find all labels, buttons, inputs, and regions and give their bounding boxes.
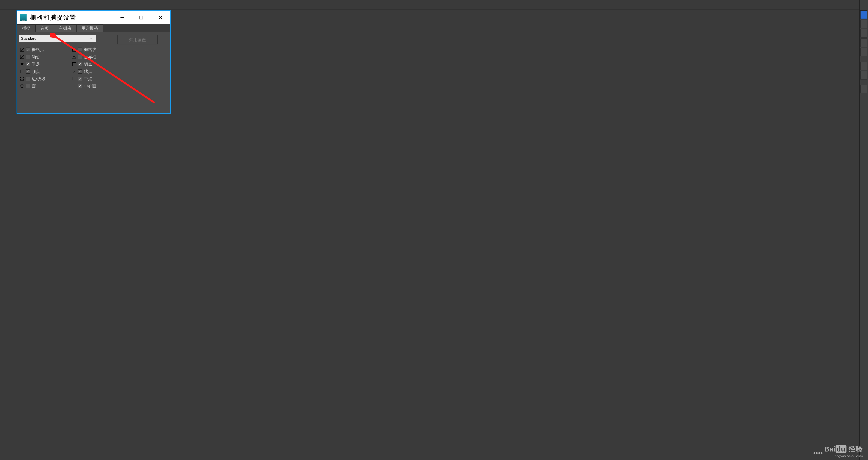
snap-symbol-icon: [72, 55, 76, 59]
panel-button[interactable]: [860, 62, 867, 70]
snap-label: 端点: [84, 69, 92, 74]
tab-snaps[interactable]: 捕捉: [17, 24, 36, 32]
snap-label: 切点: [84, 61, 92, 67]
viewport-divider-horizontal: [0, 9, 868, 10]
snap-checkbox[interactable]: [78, 69, 82, 73]
snap-label: 垂足: [32, 61, 40, 67]
snap-checkbox[interactable]: [26, 84, 30, 88]
snap-label: 边界框: [84, 54, 96, 60]
svg-rect-1: [140, 16, 143, 19]
snap-symbol-icon: [20, 69, 24, 73]
snap-symbol-icon: [72, 47, 76, 52]
snap-symbol-icon: [20, 84, 24, 88]
maximize-button[interactable]: [132, 11, 151, 24]
3dsmax-icon: [20, 14, 27, 21]
tab-options[interactable]: 选项: [36, 24, 54, 32]
snap-symbol-icon: 人: [72, 69, 76, 73]
snap-option: 边/线段: [20, 76, 72, 81]
panel-tab[interactable]: [860, 29, 867, 37]
snap-label: 栅格点: [32, 47, 44, 53]
snap-symbol-icon: [20, 77, 24, 81]
snap-checkbox[interactable]: [26, 47, 30, 52]
panel-button[interactable]: [860, 85, 867, 93]
tab-home-grid[interactable]: 主栅格: [54, 24, 76, 32]
snap-checkbox[interactable]: [78, 84, 82, 88]
titlebar[interactable]: 栅格和捕捉设置: [17, 11, 170, 24]
grid-and-snap-settings-dialog: 栅格和捕捉设置 捕捉 选项 主栅格 用户栅格 Standard: [17, 10, 170, 114]
panel-tab[interactable]: [860, 20, 867, 28]
close-button[interactable]: [151, 11, 170, 24]
tab-bar: 捕捉 选项 主栅格 用户栅格: [17, 24, 170, 32]
chevron-down-icon: [89, 37, 93, 42]
dropdown-value: Standard: [21, 36, 36, 41]
snap-option: 栅格点: [20, 47, 72, 53]
snap-checkbox[interactable]: [26, 77, 30, 81]
snap-symbol-icon: +: [72, 84, 76, 88]
snap-option: 人端点: [72, 69, 124, 74]
viewport-divider-vertical: [469, 0, 469, 9]
snap-option: 边界框: [72, 54, 124, 60]
snap-options-grid: 栅格点栅格线轴心边界框垂足切点顶点人端点边/线段中点面+中心面: [19, 47, 168, 89]
snap-option: 中点: [72, 76, 124, 81]
minimize-button[interactable]: [113, 11, 132, 24]
snap-checkbox[interactable]: [26, 62, 30, 66]
snap-label: 顶点: [32, 69, 40, 74]
command-panel: [859, 0, 868, 460]
snap-option: 轴心: [20, 54, 72, 60]
snap-checkbox[interactable]: [26, 69, 30, 73]
snap-label: 面: [32, 83, 36, 89]
snap-label: 中点: [84, 76, 92, 81]
panel-tab[interactable]: [860, 38, 867, 47]
snap-type-dropdown[interactable]: Standard: [19, 35, 96, 42]
disable-override-button[interactable]: 禁用覆盖: [117, 35, 158, 44]
snap-label: 边/线段: [32, 76, 45, 81]
watermark: Baidu 经验 jingyan.baidu.com: [813, 445, 863, 458]
snap-checkbox[interactable]: [78, 55, 82, 59]
snap-option: 面: [20, 83, 72, 89]
snap-checkbox[interactable]: [78, 62, 82, 66]
snap-option: 垂足: [20, 61, 72, 67]
panel-tab-active[interactable]: [860, 10, 867, 19]
snap-symbol-icon: [20, 62, 24, 66]
snap-symbol-icon: [20, 55, 24, 59]
snap-symbol-icon: [72, 62, 76, 66]
snap-label: 栅格线: [84, 47, 96, 53]
snap-checkbox[interactable]: [78, 77, 82, 81]
snap-option: 栅格线: [72, 47, 124, 53]
snap-checkbox[interactable]: [26, 55, 30, 59]
paw-icon: [813, 452, 823, 454]
snap-option: +中心面: [72, 83, 124, 89]
panel-button[interactable]: [860, 71, 867, 79]
snap-label: 中心面: [84, 83, 96, 89]
snap-symbol-icon: [72, 77, 76, 81]
snap-option: 切点: [72, 61, 124, 67]
panel-tab[interactable]: [860, 48, 867, 56]
snap-option: 顶点: [20, 69, 72, 74]
dialog-title: 栅格和捕捉设置: [30, 13, 76, 22]
tab-user-grid[interactable]: 用户栅格: [76, 24, 103, 32]
snap-symbol-icon: [20, 47, 24, 52]
snap-checkbox[interactable]: [78, 47, 82, 52]
snap-label: 轴心: [32, 54, 40, 60]
